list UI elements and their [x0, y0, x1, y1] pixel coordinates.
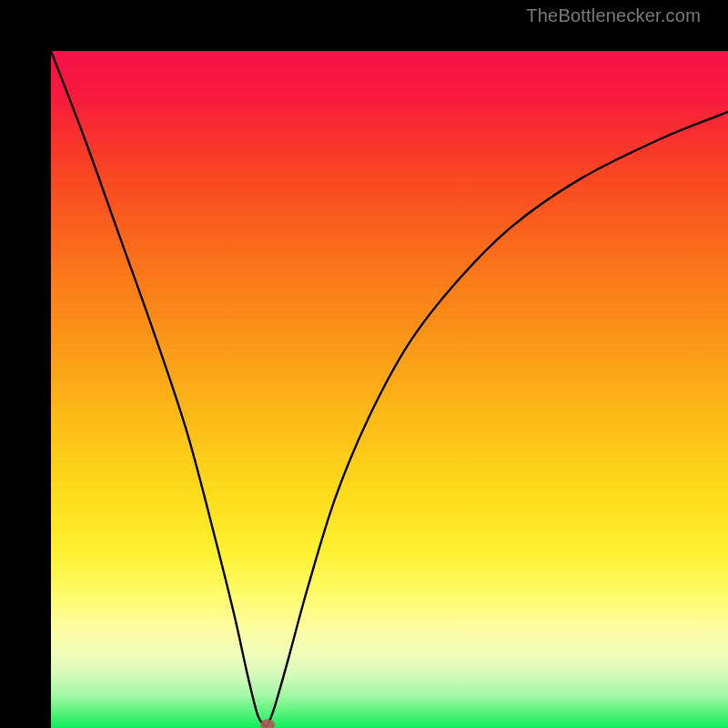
curve-layer	[51, 51, 728, 728]
bottleneck-curve	[51, 51, 728, 726]
watermark: TheBottlenecker.com	[526, 5, 701, 26]
chart-frame	[0, 0, 728, 728]
minimum-marker	[260, 719, 275, 728]
plot-area	[51, 51, 728, 728]
